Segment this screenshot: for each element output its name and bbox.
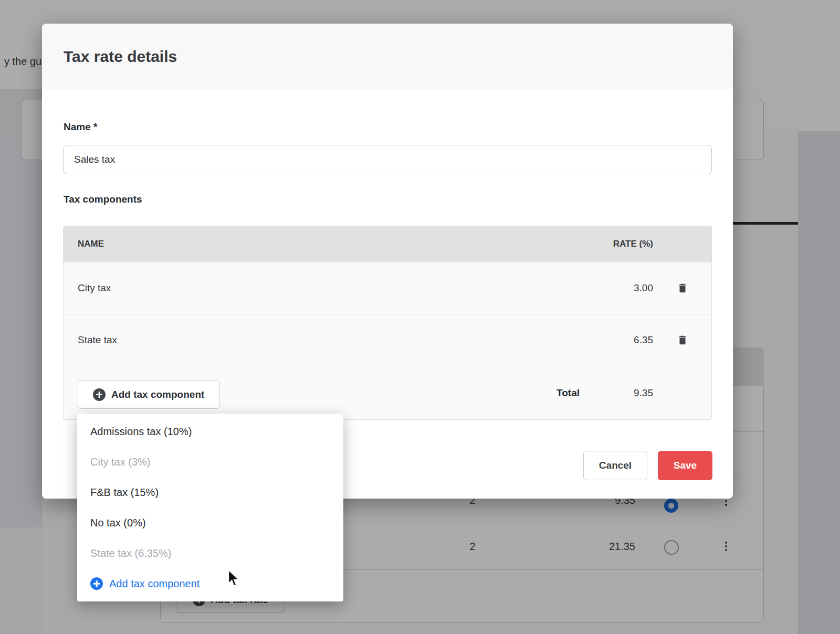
dropdown-add-tax-component[interactable]: Add tax component	[77, 568, 343, 599]
table-footer-row: Add tax component Total 9.35	[64, 366, 711, 419]
component-rate: 3.00	[580, 282, 653, 294]
total-value: 9.35	[580, 387, 653, 399]
cancel-button[interactable]: Cancel	[583, 451, 647, 480]
delete-component-button[interactable]	[653, 334, 711, 346]
delete-component-button[interactable]	[653, 282, 711, 294]
component-name: State tax	[78, 334, 580, 346]
add-tax-component-button[interactable]: Add tax component	[78, 380, 219, 409]
dropdown-add-label: Add tax component	[109, 578, 200, 590]
name-field-label: Name *	[64, 121, 97, 133]
dropdown-option[interactable]: F&B tax (15%)	[77, 477, 343, 508]
tax-components-table: NAME RATE (%) City tax 3.00 State tax 6.…	[63, 226, 712, 420]
table-row: State tax 6.35	[64, 314, 711, 366]
tax-components-label: Tax components	[64, 194, 142, 205]
trash-icon	[677, 282, 688, 294]
trash-icon	[677, 334, 688, 346]
column-header-name: NAME	[78, 239, 580, 249]
dropdown-option[interactable]: Admissions tax (10%)	[77, 416, 343, 447]
name-input[interactable]	[63, 145, 712, 174]
table-header-row: NAME RATE (%)	[64, 226, 711, 262]
component-name: City tax	[78, 282, 580, 294]
dialog-header: Tax rate details	[42, 24, 733, 89]
dialog-title: Tax rate details	[64, 48, 177, 66]
tax-component-dropdown: Admissions tax (10%) City tax (3%) F&B t…	[77, 414, 343, 601]
save-button[interactable]: Save	[658, 451, 712, 480]
mouse-cursor	[227, 569, 240, 589]
table-row: City tax 3.00	[64, 262, 711, 314]
plus-icon	[90, 577, 103, 590]
component-rate: 6.35	[580, 334, 653, 346]
total-label: Total	[556, 387, 580, 399]
dropdown-option-disabled: State tax (6.35%)	[77, 538, 343, 568]
dropdown-option-disabled: City tax (3%)	[77, 447, 343, 477]
add-tax-component-label: Add tax component	[111, 389, 204, 400]
column-header-rate: RATE (%)	[580, 239, 653, 249]
plus-icon	[93, 388, 106, 401]
dropdown-option[interactable]: No tax (0%)	[77, 508, 343, 538]
